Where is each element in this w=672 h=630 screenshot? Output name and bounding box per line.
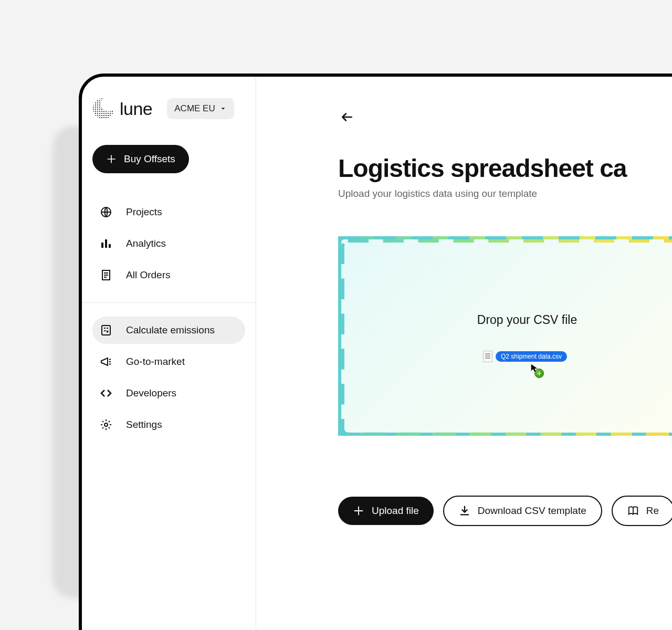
svg-point-3 (93, 98, 114, 119)
org-switcher[interactable]: ACME EU (167, 98, 234, 119)
cursor-add-icon: + (530, 363, 540, 373)
sidebar-divider (82, 302, 256, 303)
buy-offsets-button[interactable]: Buy Offsets (92, 145, 189, 173)
gear-icon (100, 418, 112, 431)
megaphone-icon (100, 355, 112, 368)
nav-group-2: Calculate emissions Go-to-market Develop… (92, 314, 245, 440)
download-icon (459, 505, 470, 517)
nav-label: Analytics (126, 238, 166, 249)
code-icon (100, 387, 112, 400)
sidebar-item-projects[interactable]: Projects (92, 198, 245, 226)
svg-rect-11 (343, 241, 672, 434)
sidebar-item-go-to-market[interactable]: Go-to-market (92, 348, 245, 375)
plus-icon (353, 505, 364, 517)
nav-label: All Orders (126, 269, 170, 281)
button-label: Re (646, 505, 659, 517)
calculator-icon (100, 324, 112, 337)
nav-label: Projects (126, 206, 162, 218)
sidebar-item-all-orders[interactable]: All Orders (92, 261, 245, 289)
brand-logo: lune (92, 98, 152, 120)
page-subtitle: Upload your logistics data using our tem… (338, 188, 672, 200)
nav-group-1: Projects Analytics All Orders (92, 196, 245, 291)
svg-point-10 (104, 423, 108, 426)
brand-name: lune (120, 99, 152, 119)
sidebar-item-calculate-emissions[interactable]: Calculate emissions (92, 317, 245, 344)
sidebar-item-developers[interactable]: Developers (92, 380, 245, 407)
button-label: Upload file (372, 505, 419, 517)
button-label: Download CSV template (478, 505, 586, 517)
file-dropzone[interactable]: Drop your CSV file Q2 shipment data.csv … (338, 236, 672, 436)
sidebar-item-analytics[interactable]: Analytics (92, 230, 245, 257)
svg-rect-9 (102, 326, 110, 335)
svg-rect-5 (101, 243, 103, 248)
nav-label: Calculate emissions (126, 324, 215, 336)
download-template-button[interactable]: Download CSV template (443, 496, 602, 526)
svg-rect-6 (105, 239, 107, 248)
nav-label: Developers (126, 387, 176, 399)
read-docs-button[interactable]: Re (612, 496, 672, 526)
cta-label: Buy Offsets (124, 153, 175, 165)
svg-rect-7 (109, 244, 111, 248)
sidebar-item-settings[interactable]: Settings (92, 411, 245, 438)
plus-icon (106, 154, 117, 164)
dropzone-text: Drop your CSV file (477, 313, 577, 327)
receipt-icon (100, 269, 112, 281)
bars-icon (100, 237, 112, 250)
arrow-left-icon (340, 110, 354, 124)
dropzone-border-icon (341, 239, 672, 436)
back-button[interactable] (338, 108, 356, 128)
org-switcher-label: ACME EU (174, 103, 215, 114)
page-title: Logistics spreadsheet ca (338, 154, 672, 183)
book-icon (627, 505, 639, 517)
nav-label: Settings (126, 419, 162, 430)
logo-mark-icon (92, 98, 114, 120)
upload-file-button[interactable]: Upload file (338, 497, 434, 525)
dragged-file: Q2 shipment data.csv (483, 351, 567, 362)
chevron-down-icon (219, 105, 227, 112)
dragged-file-name: Q2 shipment data.csv (496, 351, 567, 362)
globe-icon (100, 206, 112, 218)
file-icon (483, 351, 492, 362)
device-frame: lune ACME EU Buy Offsets Projects (79, 74, 672, 630)
sidebar: lune ACME EU Buy Offsets Projects (82, 77, 256, 630)
nav-label: Go-to-market (126, 356, 185, 368)
main-content: Logistics spreadsheet ca Upload your log… (256, 77, 672, 630)
action-row: Upload file Download CSV template Re (338, 496, 672, 526)
